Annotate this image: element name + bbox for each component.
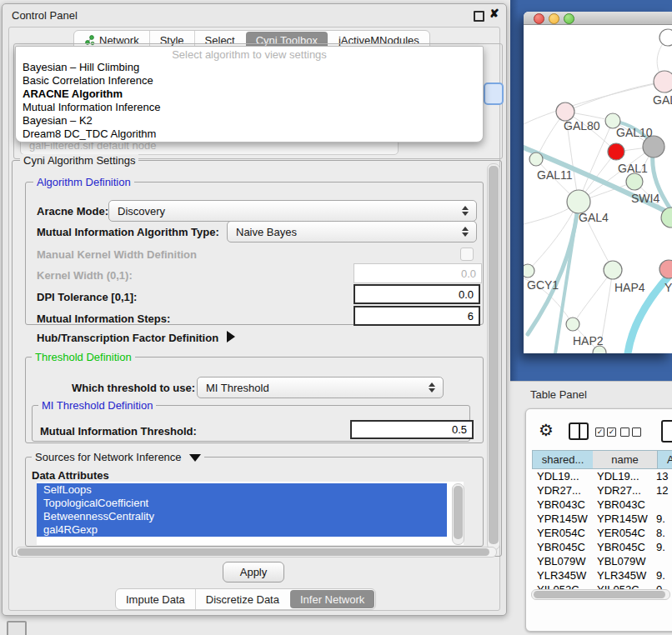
column-header-shared-name[interactable]: shared...: [532, 450, 594, 469]
kernel-width-label: Kernel Width (0,1):: [37, 269, 133, 282]
node-label-gal4: GAL4: [579, 211, 609, 224]
list-item-selfloops[interactable]: SelfLoops: [37, 483, 447, 497]
close-traffic-icon[interactable]: [534, 13, 544, 24]
node-gal4[interactable]: [567, 190, 590, 213]
select-all-icon[interactable]: ✓✓: [595, 428, 616, 437]
network-window-titlebar[interactable]: [524, 12, 672, 25]
algorithm-combo-arrow-button[interactable]: [484, 82, 504, 105]
node-partial-top[interactable]: [659, 29, 672, 46]
table-cell[interactable]: 8.: [656, 527, 672, 539]
settings-vertical-scrollbar[interactable]: [487, 163, 500, 550]
dpi-tolerance-field[interactable]: 0.0: [354, 284, 480, 304]
collapse-arrow-icon[interactable]: [189, 454, 201, 462]
node-red-selected[interactable]: [608, 143, 624, 160]
table-cell[interactable]: 9.: [656, 541, 672, 553]
which-threshold-combo[interactable]: MI Threshold: [197, 377, 444, 398]
column-header-clipped[interactable]: A: [658, 450, 672, 469]
table-cell[interactable]: 13: [656, 470, 672, 482]
tab-infer-network[interactable]: Infer Network: [290, 590, 374, 608]
mi-algorithm-type-combo[interactable]: Naive Bayes: [227, 221, 477, 242]
aracne-mode-combo[interactable]: Discovery: [108, 200, 477, 222]
table-cell[interactable]: YLR345W: [537, 569, 590, 582]
tab-impute-data-label: Impute Data: [126, 593, 185, 606]
node-gal1[interactable]: [626, 173, 643, 190]
settings-horizontal-scrollbar[interactable]: [15, 547, 497, 558]
dropdown-item-bayesian-k2[interactable]: Bayesian – K2: [16, 114, 483, 128]
table-cell[interactable]: YBR043C: [597, 498, 654, 511]
node-label-gal10: GAL10: [616, 126, 653, 139]
dpi-tolerance-label: DPI Tolerance [0,1]:: [37, 291, 137, 303]
table-cell[interactable]: YLR345W: [597, 569, 654, 582]
table-cell[interactable]: YER054C: [597, 527, 654, 539]
attributes-vertical-scrollbar[interactable]: [452, 483, 464, 545]
table-cell[interactable]: YPR145W: [597, 512, 654, 525]
which-threshold-value: MI Threshold: [198, 382, 429, 394]
dropdown-item-dream8[interactable]: Dream8 DC_TDC Algorithm: [16, 128, 483, 141]
node-label-y: Y: [664, 281, 672, 294]
network-canvas[interactable]: [524, 24, 672, 353]
cyni-bottom-tabbar: Impute Data Discretize Data Infer Networ…: [115, 588, 376, 610]
table-cell[interactable]: YDL19...: [537, 470, 590, 482]
node-gcy1[interactable]: [524, 264, 534, 278]
mi-algorithm-type-label: Mutual Information Algorithm Type:: [37, 226, 219, 238]
table-cell[interactable]: YPR145W: [537, 512, 590, 525]
minimize-traffic-icon[interactable]: [549, 13, 559, 24]
node-label-hap4: HAP4: [614, 281, 645, 294]
mi-threshold-label: Mutual Information Threshold:: [40, 425, 197, 438]
node-label-swi4: SWI4: [631, 192, 659, 205]
table-cell[interactable]: 9.: [656, 512, 672, 525]
table-cell[interactable]: YBL079W: [597, 555, 654, 568]
table-cell[interactable]: YBR045C: [537, 541, 590, 553]
node-gal80[interactable]: [556, 102, 574, 121]
dropdown-item-mutual-information[interactable]: Mutual Information Inference: [16, 101, 483, 114]
table-cell[interactable]: YDR27...: [537, 484, 590, 497]
apply-button[interactable]: Apply: [223, 562, 284, 582]
chevron-updown-icon: [462, 227, 469, 237]
mi-steps-field[interactable]: 6: [354, 306, 480, 326]
deselect-all-icon[interactable]: [620, 428, 641, 437]
table-cell[interactable]: YBL079W: [537, 555, 590, 568]
algorithm-dropdown: Select algorithm to view settings Bayesi…: [15, 46, 484, 142]
table-cell[interactable]: YDL19...: [597, 470, 654, 482]
chevron-updown-icon: [429, 382, 435, 392]
tab-discretize-data-label: Discretize Data: [206, 593, 279, 606]
node-gal[interactable]: [654, 71, 672, 92]
table-cell[interactable]: YBR043C: [537, 498, 590, 511]
hub-tf-definition-label: Hub/Transcription Factor Definition: [37, 332, 218, 344]
table-cell[interactable]: YDR27...: [597, 484, 654, 497]
dropdown-item-basic-correlation[interactable]: Basic Correlation Inference: [16, 74, 483, 88]
mi-threshold-field[interactable]: 0.5: [350, 420, 474, 439]
dropdown-item-aracne[interactable]: ARACNE Algorithm: [16, 88, 483, 101]
node-label-hap2: HAP2: [573, 334, 604, 348]
table-cell[interactable]: YBR045C: [597, 541, 654, 553]
column-header-name[interactable]: name: [593, 450, 658, 469]
manual-kernel-width-checkbox[interactable]: [460, 248, 474, 261]
node-gal11[interactable]: [529, 152, 543, 166]
list-item-topologicalcoefficient[interactable]: TopologicalCoefficient: [37, 497, 447, 510]
zoom-traffic-icon[interactable]: [564, 13, 574, 24]
gear-icon[interactable]: ⚙: [539, 422, 554, 438]
table-cell[interactable]: YER054C: [537, 527, 590, 539]
node-hap4[interactable]: [604, 261, 622, 279]
list-item-gal4rgexp[interactable]: gal4RGexp: [37, 523, 447, 537]
algorithm-dropdown-prompt: Select algorithm to view settings: [16, 48, 483, 61]
table-horizontal-scrollbar[interactable]: [531, 589, 670, 600]
dropdown-item-bayesian-hill-climbing[interactable]: Bayesian – Hill Climbing: [16, 61, 483, 74]
expand-arrow-icon[interactable]: [227, 331, 235, 342]
tab-impute-data[interactable]: Impute Data: [116, 589, 195, 609]
close-window-icon[interactable]: ✘: [489, 7, 499, 20]
split-view-icon[interactable]: [569, 422, 589, 440]
function-builder-icon[interactable]: [661, 420, 672, 442]
table-cell[interactable]: 9.: [656, 569, 672, 582]
table-cell[interactable]: 12: [656, 484, 672, 497]
mi-steps-label: Mutual Information Steps:: [37, 312, 170, 325]
node-hap2[interactable]: [566, 318, 579, 331]
list-item-betweennesscentrality[interactable]: BetweennessCentrality: [37, 510, 447, 523]
minimized-panel-icon[interactable]: [7, 621, 27, 635]
data-attributes-list: SelfLoops TopologicalCoefficient Between…: [37, 482, 464, 545]
float-window-icon[interactable]: [474, 11, 484, 22]
tab-discretize-data[interactable]: Discretize Data: [195, 589, 289, 609]
threshold-definition-legend: Threshold Definition: [32, 351, 135, 363]
kernel-width-field[interactable]: 0.0: [354, 263, 482, 283]
node-salmon[interactable]: [659, 260, 672, 278]
